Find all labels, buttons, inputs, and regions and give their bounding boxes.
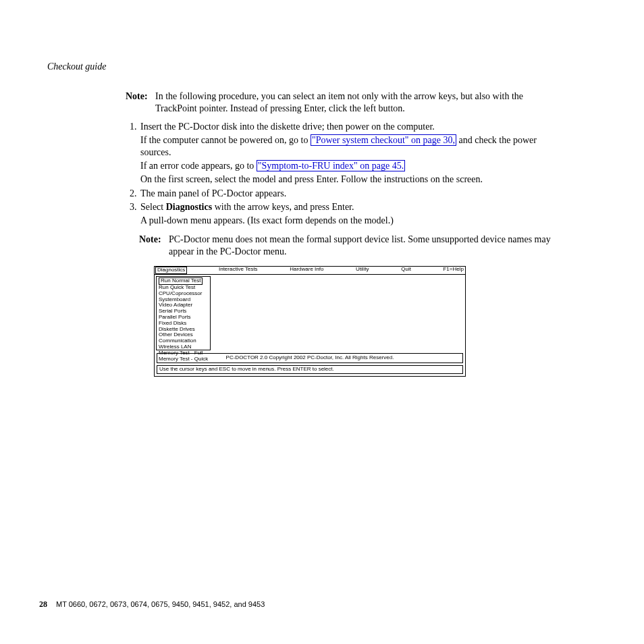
link-symptom-to-fru[interactable]: "Symptom-to-FRU index" on page 45. <box>257 160 405 171</box>
step-1: Insert the PC-Doctor disk into the diske… <box>139 121 551 186</box>
page-footer: 28 MT 0660, 0672, 0673, 0674, 0675, 9450… <box>39 599 265 610</box>
step-3: Select Diagnostics with the arrow keys, … <box>139 201 551 227</box>
note-label: Note: <box>126 90 155 115</box>
step-1-line2: If the computer cannot be powered on, go… <box>140 134 551 159</box>
note-block-2: Note: PC-Doctor menu does not mean the f… <box>139 234 551 258</box>
menu-quit: Quit <box>400 267 412 274</box>
link-power-system-checkout[interactable]: "Power system checkout" on page 30, <box>311 134 456 146</box>
note-label: Note: <box>139 234 169 258</box>
step-1-line1: Insert the PC-Doctor disk into the diske… <box>140 121 551 133</box>
step-1-line4: On the first screen, select the model an… <box>140 173 551 186</box>
note-body: PC-Doctor menu does not mean the formal … <box>169 234 551 258</box>
step-2: The main panel of PC-Doctor appears. <box>139 188 551 200</box>
text: Select <box>140 202 166 212</box>
text: If the computer cannot be powered on, go… <box>140 135 311 145</box>
menu-diagnostics: Diagnostics <box>155 267 187 274</box>
note-block-1: Note: In the following procedure, you ca… <box>126 90 551 115</box>
step-1-line3: If an error code appears, go to "Symptom… <box>140 160 551 172</box>
dropdown-item: Memory Test - Quick <box>159 356 208 363</box>
ordered-steps: Insert the PC-Doctor disk into the diske… <box>126 121 551 227</box>
step-3-line1: Select Diagnostics with the arrow keys, … <box>140 201 551 213</box>
menu-utility: Utility <box>354 267 371 274</box>
text: with the arrow keys, and press Enter. <box>212 202 354 212</box>
text: If an error code appears, go to <box>140 161 257 171</box>
diagnostics-bold: Diagnostics <box>166 202 212 212</box>
diag-statusbar: Use the cursor keys and ESC to move in m… <box>157 365 463 374</box>
menu-hardware-info: Hardware Info <box>288 267 325 274</box>
running-head: Checkout guide <box>47 61 597 73</box>
diag-menubar: Diagnostics Interactive Tests Hardware I… <box>155 267 465 275</box>
footer-models: MT 0660, 0672, 0673, 0674, 0675, 9450, 9… <box>56 600 265 608</box>
menu-help: F1=Help <box>441 267 464 274</box>
note-body: In the following procedure, you can sele… <box>155 90 551 115</box>
step-3-line2: A pull-down menu appears. (Its exact for… <box>140 215 551 227</box>
page-number: 28 <box>39 599 47 609</box>
diag-dropdown: Run Normal Test Run Quick Test CPU/Copro… <box>156 276 211 350</box>
pc-doctor-screenshot: Diagnostics Interactive Tests Hardware I… <box>154 266 466 376</box>
menu-interactive-tests: Interactive Tests <box>217 267 259 274</box>
